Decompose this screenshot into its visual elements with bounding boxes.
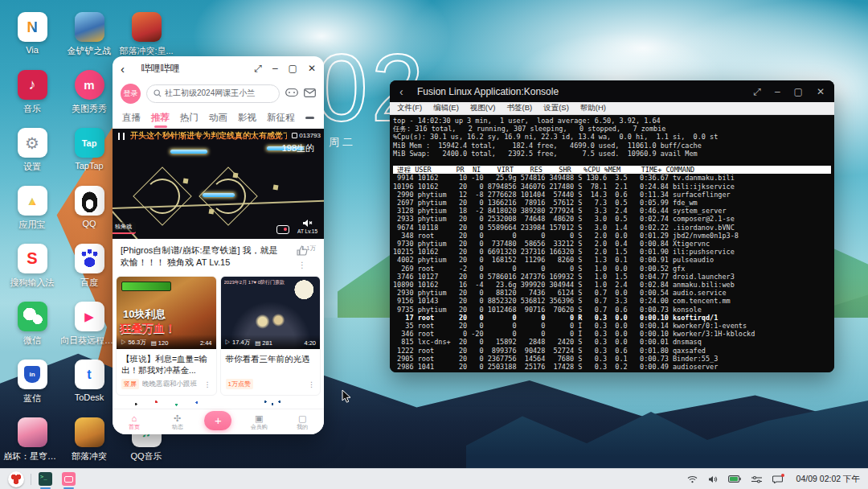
card-title[interactable]: 带你看看三年前的光遇 xyxy=(221,349,321,376)
app-icon[interactable] xyxy=(18,417,47,447)
taskbar-app-bilibili[interactable] xyxy=(62,472,76,486)
terminal-line: 3746 10127 20 0 5786016 247376 169932 S … xyxy=(393,273,831,281)
search-input[interactable]: 社工初级2024网课王小兰 xyxy=(146,84,280,103)
menu-item[interactable]: 帮助(H) xyxy=(580,103,606,113)
taskbar-clock[interactable]: 04/09 02:02 下午 xyxy=(796,474,860,485)
desktop-icon[interactable]: Tap TapTap xyxy=(60,128,118,171)
desktop-icon[interactable]: S 搜狗输入法 xyxy=(3,244,61,289)
nav-item[interactable]: ✣ 动态 xyxy=(162,413,194,431)
app-icon[interactable] xyxy=(75,244,104,273)
tab[interactable]: 推荐 xyxy=(151,112,170,124)
desktop-icon[interactable]: 崩坏：星穹铁... xyxy=(3,417,61,462)
app-icon[interactable]: ⚙ xyxy=(18,128,47,158)
danmaku-toggle-icon[interactable] xyxy=(276,225,289,234)
app-icon[interactable] xyxy=(75,186,104,216)
card-title[interactable]: 【班说】利息=血量=输出！那我对冲基金... xyxy=(117,349,216,376)
terminal-line: MiB Swap: 2400.0 total, 2392.5 free, 7.5… xyxy=(393,150,831,158)
tab[interactable]: 新征程 xyxy=(267,112,295,124)
app-icon[interactable]: N xyxy=(18,12,47,42)
video-player[interactable]: 开头这个秒针渐进专为判定线真的太有感觉了 013793 198生的 独角戏 AT… xyxy=(113,129,324,239)
menu-item[interactable]: 视图(V) xyxy=(470,103,496,113)
menu-item[interactable]: 文件(F) xyxy=(397,103,422,113)
desktop-icon[interactable]: 百度 xyxy=(60,244,118,289)
video-title[interactable]: [Phigros自制谱/崩坏:星穹铁道] 我，就是欢愉！！！ 独角戏 AT Lv… xyxy=(121,244,284,269)
restore-icon[interactable]: ⤢ xyxy=(254,63,262,74)
app-icon[interactable] xyxy=(75,12,104,42)
like-button[interactable]: 1.1万 ⋮ xyxy=(289,244,316,269)
desktop-icon[interactable]: 微信 xyxy=(3,302,61,347)
volume-icon[interactable] xyxy=(708,475,718,483)
video-thumbnail[interactable]: 10块利息 狂叠万血！ ▷ 56.3万 ▤ 120 2:44 xyxy=(117,277,216,349)
more-options-icon[interactable]: ⋮ xyxy=(204,380,211,388)
app-icon[interactable]: Tap xyxy=(75,128,104,158)
minimize-icon[interactable]: – xyxy=(775,86,780,97)
bilibili-window: ‹ 哔哩哔哩 ⤢ – ▢ ✕ 登录 社工初级2024网课王小兰 xyxy=(113,56,324,434)
game-center-icon[interactable] xyxy=(285,86,298,101)
nav-item[interactable]: ⌂ 首页 xyxy=(118,413,150,431)
desktop-icon[interactable]: t ToDesk xyxy=(60,360,118,402)
desktop-icon[interactable]: ♪ 音乐 xyxy=(3,70,61,115)
battery-icon[interactable] xyxy=(728,475,741,483)
nav-item[interactable]: ▢ 我的 xyxy=(286,413,318,431)
app-icon[interactable]: ▶ xyxy=(75,302,104,331)
start-menu-button[interactable] xyxy=(8,471,24,487)
video-thumbnail[interactable] xyxy=(116,397,217,409)
tab[interactable]: 影视 xyxy=(238,112,256,124)
settings-sliders-icon[interactable] xyxy=(751,475,762,483)
wifi-icon[interactable] xyxy=(687,475,698,483)
tabs-more-icon[interactable] xyxy=(305,117,315,119)
app-icon[interactable]: S xyxy=(18,244,47,273)
app-icon[interactable]: in xyxy=(18,360,47,389)
app-icon[interactable] xyxy=(132,12,162,42)
desktop-icon[interactable]: QQ xyxy=(60,186,118,228)
app-icon[interactable]: ▲ xyxy=(18,186,47,216)
more-options-icon[interactable]: ⋮ xyxy=(308,380,315,388)
app-icon[interactable]: m xyxy=(75,70,104,100)
desktop-icon[interactable]: ⚙ 设置 xyxy=(3,128,61,173)
card-author[interactable]: 晚晚恶霸和小跟班 xyxy=(142,380,201,389)
desktop-icon[interactable]: ▶ 向日葵远程控... xyxy=(60,302,118,347)
desktop-icon[interactable]: N Via xyxy=(3,12,61,55)
video-thumbnail[interactable]: 2023年2月 17♥ 0阶行门票款 ▷ 17.4万 ▤ 281 4:20 xyxy=(221,277,321,349)
app-icon[interactable]: ♪ xyxy=(18,70,47,100)
desktop-icon[interactable]: in 蓝信 xyxy=(3,360,61,405)
notifications-icon[interactable] xyxy=(772,475,783,483)
desktop-icon[interactable]: 部落冲突:皇... xyxy=(117,12,175,57)
desktop-icon[interactable]: 部落冲突 xyxy=(60,417,118,462)
menu-item[interactable]: 设置(S) xyxy=(543,103,569,113)
app-icon[interactable] xyxy=(75,417,104,447)
video-card[interactable]: 2023年2月 17♥ 0阶行门票款 ▷ 17.4万 ▤ 281 4:20 带你… xyxy=(220,276,321,396)
app-icon[interactable] xyxy=(18,302,47,331)
desktop-icon[interactable]: ▲ 应用宝 xyxy=(3,186,61,231)
login-button[interactable]: 登录 xyxy=(121,84,141,104)
terminal-line: 269 root -2 0 0 0 0 S 1.0 0.0 0:00.52 gf… xyxy=(393,265,831,273)
nav-item[interactable]: ▣ 会员购 xyxy=(243,413,275,431)
mute-toggle[interactable]: AT Lv.15 xyxy=(297,219,317,234)
taskbar-app-konsole[interactable]: >_ xyxy=(39,472,52,486)
back-icon[interactable]: ‹ xyxy=(121,62,135,76)
menu-item[interactable]: 书签(B) xyxy=(506,103,532,113)
tab[interactable]: 热门 xyxy=(180,112,199,124)
back-icon[interactable]: ‹ xyxy=(399,85,417,98)
maximize-icon[interactable]: ▢ xyxy=(289,63,297,74)
terminal-line: 任务: 316 total, 2 running, 307 sleeping, … xyxy=(393,125,831,133)
video-card[interactable]: 10块利息 狂叠万血！ ▷ 56.3万 ▤ 120 2:44 【班说】利息=血量… xyxy=(116,276,217,396)
tab[interactable]: 直播 xyxy=(122,112,141,124)
pause-icon[interactable] xyxy=(118,133,125,140)
desktop-icon[interactable]: 金铲铲之战 xyxy=(60,12,118,57)
app-icon[interactable]: t xyxy=(75,360,104,389)
close-icon[interactable]: ✕ xyxy=(817,86,825,97)
restore-icon[interactable]: ⤢ xyxy=(753,86,761,97)
minimize-icon[interactable]: – xyxy=(272,63,278,74)
desktop-icon-label: 微信 xyxy=(3,335,61,347)
more-options-icon[interactable]: ⋮ xyxy=(289,261,316,269)
video-thumbnail[interactable] xyxy=(220,397,321,409)
desktop-icon[interactable]: m 美图秀秀 xyxy=(60,70,118,115)
terminal-output[interactable]: top - 14:02:30 up 3 min, 1 user, load av… xyxy=(390,115,834,372)
close-icon[interactable]: ✕ xyxy=(308,63,316,74)
menu-item[interactable]: 编辑(E) xyxy=(433,103,459,113)
tab[interactable]: 动画 xyxy=(209,112,227,124)
upload-plus-button[interactable]: + xyxy=(204,411,231,430)
maximize-icon[interactable]: ▢ xyxy=(794,86,803,97)
messages-icon[interactable] xyxy=(304,86,316,101)
